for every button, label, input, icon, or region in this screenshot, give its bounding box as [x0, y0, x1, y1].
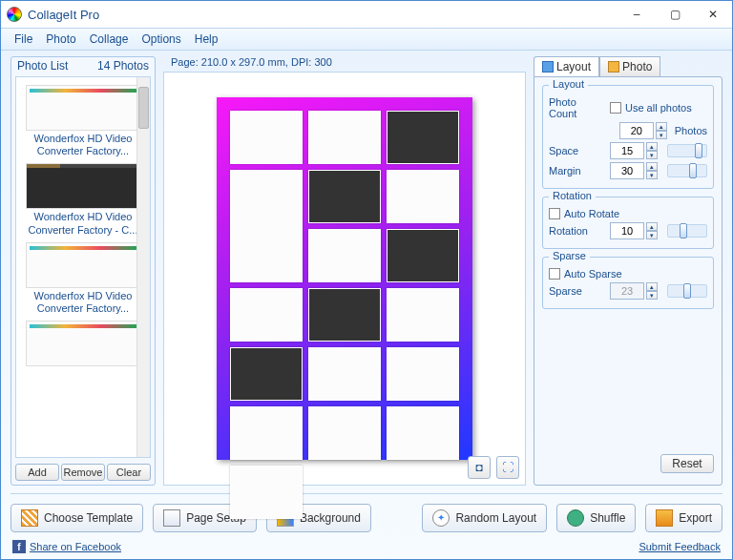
shuffle-icon: [567, 509, 584, 527]
page-info: Page: 210.0 x 297.0 mm, DPI: 300: [163, 56, 526, 72]
clear-button[interactable]: Clear: [107, 464, 151, 481]
list-item[interactable]: [26, 163, 140, 209]
tile[interactable]: [230, 466, 303, 519]
minimize-button[interactable]: –: [618, 1, 656, 28]
list-item[interactable]: [26, 242, 140, 288]
tile[interactable]: [387, 406, 459, 460]
sparse-label: Sparse: [549, 285, 606, 297]
tile[interactable]: [230, 406, 303, 460]
list-item[interactable]: [26, 85, 140, 131]
spin-up-icon[interactable]: ▴: [646, 162, 658, 171]
photo-list-count: 14 Photos: [97, 59, 149, 73]
scrollbar[interactable]: [136, 77, 150, 457]
margin-input[interactable]: [610, 162, 644, 179]
margin-label: Margin: [549, 165, 606, 176]
photo-list-panel: Photo List 14 Photos Wonderfox HD Video …: [10, 56, 156, 486]
bottom-toolbar: Choose Template Page Setup Background Ra…: [1, 498, 732, 536]
menu-photo[interactable]: Photo: [46, 32, 75, 46]
list-item[interactable]: [26, 321, 140, 366]
list-item-caption: Wonderfox HD Video Converter Factory - C…: [20, 211, 146, 236]
tab-photo[interactable]: Photo: [599, 56, 660, 77]
tile[interactable]: [387, 347, 459, 401]
menubar: File Photo Collage Options Help: [1, 28, 732, 51]
slider-thumb[interactable]: [689, 163, 697, 178]
menu-help[interactable]: Help: [195, 32, 219, 46]
reset-button[interactable]: Reset: [660, 454, 714, 473]
template-icon: [21, 509, 38, 527]
spin-down-icon[interactable]: ▾: [646, 231, 658, 239]
tile[interactable]: [308, 111, 381, 164]
tile[interactable]: [230, 111, 303, 164]
layout-icon: [542, 61, 554, 73]
app-title: CollageIt Pro: [28, 8, 618, 22]
export-icon: [656, 509, 673, 527]
rotation-label: Rotation: [549, 225, 606, 237]
divider: [10, 493, 723, 494]
tab-layout[interactable]: Layout: [534, 56, 599, 77]
slider-thumb[interactable]: [680, 223, 687, 239]
collage-canvas[interactable]: [217, 97, 472, 460]
shuffle-button[interactable]: Shuffle: [556, 504, 636, 532]
spin-down-icon[interactable]: ▾: [656, 131, 667, 139]
spin-down-icon[interactable]: ▾: [646, 151, 658, 159]
tile[interactable]: [308, 347, 381, 401]
space-slider[interactable]: [667, 144, 707, 157]
photo-list-title: Photo List: [17, 59, 68, 73]
tile[interactable]: [387, 229, 459, 282]
share-link[interactable]: fShare on Facebook: [12, 540, 121, 554]
scrollbar-thumb[interactable]: [138, 87, 149, 129]
slider-thumb: [683, 283, 691, 299]
spin-up-icon: ▴: [646, 282, 658, 291]
auto-rotate-label: Auto Rotate: [564, 208, 619, 219]
tile[interactable]: [308, 288, 381, 342]
photo-count-input[interactable]: [619, 122, 654, 139]
rotation-slider[interactable]: [667, 224, 707, 238]
spin-down-icon[interactable]: ▾: [646, 171, 658, 179]
spin-up-icon[interactable]: ▴: [646, 222, 658, 231]
space-input[interactable]: [610, 142, 644, 159]
slider-thumb[interactable]: [695, 143, 702, 158]
tile[interactable]: [308, 406, 381, 460]
space-spinner[interactable]: ▴▾: [610, 142, 658, 159]
content: Photo List 14 Photos Wonderfox HD Video …: [1, 51, 732, 559]
margin-spinner[interactable]: ▴▾: [610, 162, 658, 179]
spin-up-icon[interactable]: ▴: [646, 142, 658, 151]
use-all-checkbox[interactable]: [610, 102, 621, 114]
tile[interactable]: [387, 111, 459, 164]
sparse-spinner[interactable]: ▴▾: [610, 282, 658, 300]
feedback-link[interactable]: Submit Feedback: [639, 541, 721, 552]
canvas-wrap: ◘ ⛶: [163, 72, 526, 486]
tile[interactable]: [230, 170, 303, 282]
menu-options[interactable]: Options: [141, 32, 180, 46]
rotation-input[interactable]: [610, 222, 644, 239]
fit-icon[interactable]: ⛶: [496, 456, 519, 479]
margin-slider[interactable]: [667, 164, 707, 177]
spin-up-icon[interactable]: ▴: [656, 122, 667, 131]
tile[interactable]: [308, 229, 381, 282]
tile[interactable]: [230, 288, 303, 342]
sparse-input: [610, 282, 644, 300]
crop-icon[interactable]: ◘: [468, 456, 491, 479]
auto-rotate-checkbox[interactable]: [549, 208, 560, 219]
group-layout: Layout Photo Count Use all photos ▴▾ Pho…: [542, 85, 714, 189]
tile[interactable]: [387, 170, 459, 223]
tile[interactable]: [230, 347, 303, 401]
photo-icon: [608, 61, 619, 73]
tile[interactable]: [308, 170, 381, 223]
menu-file[interactable]: File: [14, 32, 32, 46]
rotation-spinner[interactable]: ▴▾: [610, 222, 658, 239]
maximize-button[interactable]: ▢: [656, 1, 694, 28]
auto-sparse-checkbox[interactable]: [549, 268, 560, 280]
remove-button[interactable]: Remove: [61, 464, 105, 481]
menu-collage[interactable]: Collage: [90, 32, 129, 46]
add-button[interactable]: Add: [15, 464, 59, 481]
photo-list-scroll[interactable]: Wonderfox HD Video Converter Factory... …: [15, 76, 151, 458]
photo-count-spinner[interactable]: ▴▾: [619, 122, 667, 139]
export-button[interactable]: Export: [645, 504, 723, 532]
random-layout-button[interactable]: Random Layout: [422, 504, 547, 532]
use-all-label: Use all photos: [625, 102, 692, 114]
close-button[interactable]: ✕: [694, 1, 732, 28]
choose-template-button[interactable]: Choose Template: [10, 504, 143, 532]
list-item-caption: Wonderfox HD Video Converter Factory...: [20, 290, 146, 315]
tile[interactable]: [387, 288, 459, 342]
